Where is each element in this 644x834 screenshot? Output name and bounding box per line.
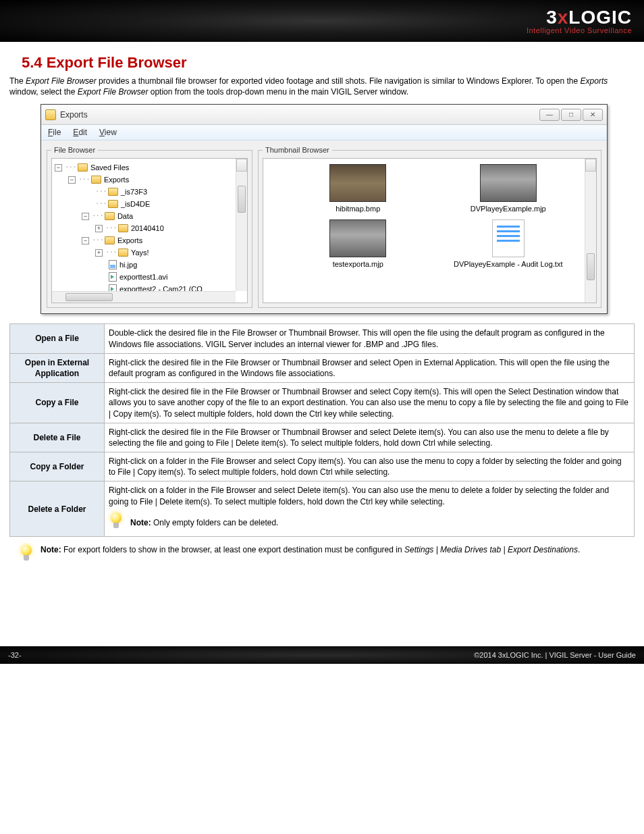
folder-icon <box>91 176 101 184</box>
menu-file[interactable]: File <box>48 128 61 137</box>
note-label: Note: <box>130 518 151 527</box>
app-icon <box>45 109 56 120</box>
action-desc: Right-click the desired file in the File… <box>105 353 635 382</box>
page-footer: -32- ©2014 3xLOGIC Inc. | VIGIL Server -… <box>0 646 644 664</box>
logo-tagline: Intelligent Video Surveillance <box>527 27 632 34</box>
tree-view[interactable]: −···Saved Files −···Exports ···_is73F3 ·… <box>51 158 248 303</box>
inline-note: Note: Only empty folders can be deleted. <box>109 513 630 533</box>
action-name: Open in External Application <box>10 353 105 382</box>
note-text: Only empty folders can be deleted. <box>151 518 279 527</box>
folder-icon <box>118 249 128 257</box>
tree-node[interactable]: Exports <box>104 174 129 186</box>
vertical-scrollbar[interactable] <box>585 159 596 303</box>
thumbnail-image <box>480 164 537 202</box>
folder-icon <box>108 188 118 196</box>
table-row: Copy a Folder Right-click on a folder in… <box>10 452 635 481</box>
file-browser-pane: File Browser −···Saved Files −···Exports… <box>47 146 252 308</box>
table-row: Open in External Application Right-click… <box>10 353 635 382</box>
minimize-button[interactable]: — <box>539 109 560 121</box>
exports-window: Exports — □ ✕ File Edit View File Browse… <box>41 104 608 314</box>
maximize-button[interactable]: □ <box>561 109 581 121</box>
thumbnail-image <box>329 219 386 257</box>
action-name: Delete a Folder <box>10 481 105 536</box>
logo-x: x <box>558 7 569 28</box>
page-header: 3xLOGIC Intelligent Video Surveillance <box>0 0 644 42</box>
thumbnail-label: DVPlayeyExample.mjp <box>437 205 581 213</box>
folder-icon <box>105 236 115 244</box>
section-heading: 5.4 Export File Browser <box>22 54 635 72</box>
table-row: Delete a File Right-click the desired fi… <box>10 423 635 452</box>
text-file-icon <box>492 219 525 257</box>
page-content: 5.4 Export File Browser The Export File … <box>0 42 644 572</box>
video-file-icon <box>109 272 117 282</box>
folder-icon <box>118 224 128 232</box>
action-desc: Double-click the desired file in the Fil… <box>105 324 635 353</box>
brand-logo: 3xLOGIC Intelligent Video Surveillance <box>527 8 632 34</box>
logo-text: 3 <box>546 7 558 28</box>
action-name: Open a File <box>10 324 105 353</box>
action-name: Copy a Folder <box>10 452 105 481</box>
thumbnail-browser-pane: Thumbnail Browser hibitmap.bmp DVPlayeyE… <box>258 146 601 308</box>
thumbnail-item[interactable]: hibitmap.bmp <box>286 164 430 213</box>
page-number: -32- <box>8 651 22 659</box>
menu-bar: File Edit View <box>41 125 607 140</box>
page-note: Note: For export folders to show in the … <box>19 545 635 565</box>
lightbulb-icon <box>109 513 124 533</box>
action-name: Delete a File <box>10 423 105 452</box>
tree-node[interactable]: _is73F3 <box>121 186 147 198</box>
thumbnail-grid[interactable]: hibitmap.bmp DVPlayeyExample.mjp testexp… <box>263 158 597 303</box>
close-button[interactable]: ✕ <box>583 109 603 121</box>
table-row: Copy a File Right-click the desired file… <box>10 383 635 423</box>
folder-icon <box>105 212 115 220</box>
tree-node[interactable]: _isD4DE <box>121 198 150 210</box>
intro-paragraph: The Export File Browser provides a thumb… <box>9 76 635 97</box>
note-label: Note: <box>41 545 61 554</box>
action-desc: Right-click the desired file in the File… <box>105 423 635 452</box>
thumbnail-item[interactable]: testexporta.mjp <box>286 219 430 268</box>
thumbnail-item[interactable]: DVPlayeyExample - Audit Log.txt <box>437 219 581 268</box>
tree-node[interactable]: 20140410 <box>131 222 164 234</box>
tree-node[interactable]: Yays! <box>131 246 149 259</box>
table-row: Delete a Folder Right-click on a folder … <box>10 481 635 536</box>
thumbnail-image <box>329 164 386 202</box>
window-title: Exports <box>60 110 538 120</box>
thumbnail-label: hibitmap.bmp <box>286 205 430 213</box>
image-file-icon <box>109 260 117 269</box>
vertical-scrollbar[interactable] <box>236 159 247 291</box>
logo-text: LOGIC <box>568 7 632 28</box>
footer-credits: ©2014 3xLOGIC Inc. | VIGIL Server - User… <box>474 651 636 659</box>
tree-node[interactable]: hi.jpg <box>119 259 137 271</box>
lightbulb-icon <box>19 545 34 565</box>
action-desc: Right-click the desired file in the File… <box>105 383 635 423</box>
tree-node[interactable]: exporttest1.avi <box>119 271 168 283</box>
thumbnail-label: testexporta.mjp <box>286 260 430 268</box>
action-desc: Right-click on a folder in the File Brow… <box>105 452 635 481</box>
horizontal-scrollbar[interactable] <box>52 291 236 303</box>
table-row: Open a File Double-click the desired fil… <box>10 324 635 353</box>
thumbnail-label: DVPlayeyExample - Audit Log.txt <box>437 260 581 268</box>
window-titlebar: Exports — □ ✕ <box>41 105 607 125</box>
action-name: Copy a File <box>10 383 105 423</box>
folder-icon <box>78 163 88 172</box>
thumbnail-browser-legend: Thumbnail Browser <box>263 146 332 154</box>
tree-node[interactable]: Exports <box>117 234 142 246</box>
folder-icon <box>108 200 118 208</box>
action-desc: Right-click on a folder in the File Brow… <box>105 481 635 536</box>
menu-edit[interactable]: Edit <box>73 128 87 137</box>
tree-node[interactable]: Saved Files <box>90 161 129 174</box>
actions-table: Open a File Double-click the desired fil… <box>9 323 635 536</box>
file-browser-legend: File Browser <box>51 146 98 154</box>
tree-node[interactable]: Data <box>117 210 133 222</box>
thumbnail-item[interactable]: DVPlayeyExample.mjp <box>437 164 581 213</box>
menu-view[interactable]: View <box>99 128 117 137</box>
